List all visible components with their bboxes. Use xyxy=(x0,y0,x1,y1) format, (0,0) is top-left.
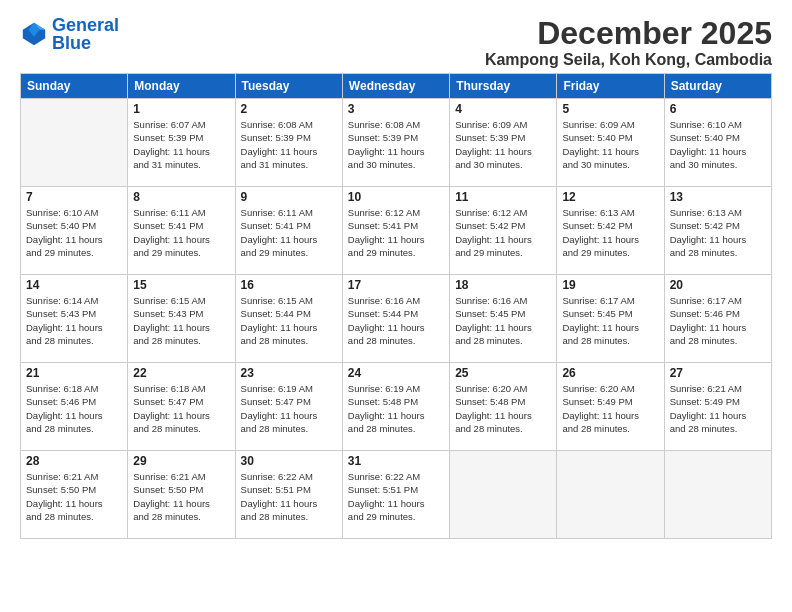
logo: General Blue xyxy=(20,16,119,52)
calendar-cell xyxy=(557,451,664,539)
day-info: Sunrise: 6:21 AMSunset: 5:50 PMDaylight:… xyxy=(26,470,122,523)
calendar-week-2: 14Sunrise: 6:14 AMSunset: 5:43 PMDayligh… xyxy=(21,275,772,363)
day-number: 5 xyxy=(562,102,658,116)
calendar-cell: 28Sunrise: 6:21 AMSunset: 5:50 PMDayligh… xyxy=(21,451,128,539)
calendar-table: Sunday Monday Tuesday Wednesday Thursday… xyxy=(20,73,772,539)
logo-icon xyxy=(20,20,48,48)
calendar-cell xyxy=(450,451,557,539)
day-info: Sunrise: 6:08 AMSunset: 5:39 PMDaylight:… xyxy=(241,118,337,171)
day-info: Sunrise: 6:15 AMSunset: 5:43 PMDaylight:… xyxy=(133,294,229,347)
calendar-cell: 14Sunrise: 6:14 AMSunset: 5:43 PMDayligh… xyxy=(21,275,128,363)
calendar-cell: 7Sunrise: 6:10 AMSunset: 5:40 PMDaylight… xyxy=(21,187,128,275)
day-number: 11 xyxy=(455,190,551,204)
header-friday: Friday xyxy=(557,74,664,99)
calendar-cell: 6Sunrise: 6:10 AMSunset: 5:40 PMDaylight… xyxy=(664,99,771,187)
day-info: Sunrise: 6:18 AMSunset: 5:47 PMDaylight:… xyxy=(133,382,229,435)
day-number: 22 xyxy=(133,366,229,380)
day-number: 30 xyxy=(241,454,337,468)
calendar-week-3: 21Sunrise: 6:18 AMSunset: 5:46 PMDayligh… xyxy=(21,363,772,451)
day-info: Sunrise: 6:09 AMSunset: 5:39 PMDaylight:… xyxy=(455,118,551,171)
day-number: 24 xyxy=(348,366,444,380)
day-number: 3 xyxy=(348,102,444,116)
calendar-cell: 9Sunrise: 6:11 AMSunset: 5:41 PMDaylight… xyxy=(235,187,342,275)
day-info: Sunrise: 6:07 AMSunset: 5:39 PMDaylight:… xyxy=(133,118,229,171)
title-block: December 2025 Kampong Seila, Koh Kong, C… xyxy=(485,16,772,69)
day-number: 16 xyxy=(241,278,337,292)
day-number: 8 xyxy=(133,190,229,204)
location: Kampong Seila, Koh Kong, Cambodia xyxy=(485,51,772,69)
calendar-cell: 10Sunrise: 6:12 AMSunset: 5:41 PMDayligh… xyxy=(342,187,449,275)
day-number: 6 xyxy=(670,102,766,116)
day-info: Sunrise: 6:21 AMSunset: 5:49 PMDaylight:… xyxy=(670,382,766,435)
day-info: Sunrise: 6:12 AMSunset: 5:41 PMDaylight:… xyxy=(348,206,444,259)
day-info: Sunrise: 6:20 AMSunset: 5:48 PMDaylight:… xyxy=(455,382,551,435)
day-info: Sunrise: 6:11 AMSunset: 5:41 PMDaylight:… xyxy=(241,206,337,259)
header: General Blue December 2025 Kampong Seila… xyxy=(20,16,772,69)
day-info: Sunrise: 6:19 AMSunset: 5:48 PMDaylight:… xyxy=(348,382,444,435)
day-number: 13 xyxy=(670,190,766,204)
day-number: 14 xyxy=(26,278,122,292)
day-info: Sunrise: 6:16 AMSunset: 5:45 PMDaylight:… xyxy=(455,294,551,347)
day-number: 9 xyxy=(241,190,337,204)
day-number: 29 xyxy=(133,454,229,468)
calendar-cell: 24Sunrise: 6:19 AMSunset: 5:48 PMDayligh… xyxy=(342,363,449,451)
day-number: 2 xyxy=(241,102,337,116)
month-title: December 2025 xyxy=(485,16,772,51)
day-info: Sunrise: 6:12 AMSunset: 5:42 PMDaylight:… xyxy=(455,206,551,259)
day-number: 27 xyxy=(670,366,766,380)
calendar-cell: 1Sunrise: 6:07 AMSunset: 5:39 PMDaylight… xyxy=(128,99,235,187)
header-monday: Monday xyxy=(128,74,235,99)
calendar-cell: 21Sunrise: 6:18 AMSunset: 5:46 PMDayligh… xyxy=(21,363,128,451)
day-number: 23 xyxy=(241,366,337,380)
calendar-cell: 30Sunrise: 6:22 AMSunset: 5:51 PMDayligh… xyxy=(235,451,342,539)
day-info: Sunrise: 6:15 AMSunset: 5:44 PMDaylight:… xyxy=(241,294,337,347)
day-number: 20 xyxy=(670,278,766,292)
day-number: 17 xyxy=(348,278,444,292)
day-info: Sunrise: 6:13 AMSunset: 5:42 PMDaylight:… xyxy=(670,206,766,259)
day-info: Sunrise: 6:10 AMSunset: 5:40 PMDaylight:… xyxy=(26,206,122,259)
calendar-cell: 22Sunrise: 6:18 AMSunset: 5:47 PMDayligh… xyxy=(128,363,235,451)
day-number: 25 xyxy=(455,366,551,380)
calendar-cell: 20Sunrise: 6:17 AMSunset: 5:46 PMDayligh… xyxy=(664,275,771,363)
calendar-cell: 31Sunrise: 6:22 AMSunset: 5:51 PMDayligh… xyxy=(342,451,449,539)
calendar-cell: 13Sunrise: 6:13 AMSunset: 5:42 PMDayligh… xyxy=(664,187,771,275)
calendar-cell: 18Sunrise: 6:16 AMSunset: 5:45 PMDayligh… xyxy=(450,275,557,363)
day-info: Sunrise: 6:17 AMSunset: 5:46 PMDaylight:… xyxy=(670,294,766,347)
day-info: Sunrise: 6:16 AMSunset: 5:44 PMDaylight:… xyxy=(348,294,444,347)
day-number: 26 xyxy=(562,366,658,380)
day-number: 10 xyxy=(348,190,444,204)
calendar-cell: 26Sunrise: 6:20 AMSunset: 5:49 PMDayligh… xyxy=(557,363,664,451)
calendar-cell: 19Sunrise: 6:17 AMSunset: 5:45 PMDayligh… xyxy=(557,275,664,363)
page: General Blue December 2025 Kampong Seila… xyxy=(0,0,792,612)
day-number: 15 xyxy=(133,278,229,292)
day-info: Sunrise: 6:10 AMSunset: 5:40 PMDaylight:… xyxy=(670,118,766,171)
calendar-week-1: 7Sunrise: 6:10 AMSunset: 5:40 PMDaylight… xyxy=(21,187,772,275)
calendar-cell: 16Sunrise: 6:15 AMSunset: 5:44 PMDayligh… xyxy=(235,275,342,363)
day-info: Sunrise: 6:17 AMSunset: 5:45 PMDaylight:… xyxy=(562,294,658,347)
header-tuesday: Tuesday xyxy=(235,74,342,99)
calendar-cell: 17Sunrise: 6:16 AMSunset: 5:44 PMDayligh… xyxy=(342,275,449,363)
logo-general: General xyxy=(52,15,119,35)
day-number: 1 xyxy=(133,102,229,116)
calendar-cell xyxy=(21,99,128,187)
logo-blue: Blue xyxy=(52,33,91,53)
day-number: 19 xyxy=(562,278,658,292)
calendar-cell: 2Sunrise: 6:08 AMSunset: 5:39 PMDaylight… xyxy=(235,99,342,187)
day-number: 18 xyxy=(455,278,551,292)
day-info: Sunrise: 6:14 AMSunset: 5:43 PMDaylight:… xyxy=(26,294,122,347)
calendar-cell xyxy=(664,451,771,539)
calendar-cell: 4Sunrise: 6:09 AMSunset: 5:39 PMDaylight… xyxy=(450,99,557,187)
header-sunday: Sunday xyxy=(21,74,128,99)
day-info: Sunrise: 6:20 AMSunset: 5:49 PMDaylight:… xyxy=(562,382,658,435)
header-saturday: Saturday xyxy=(664,74,771,99)
day-info: Sunrise: 6:11 AMSunset: 5:41 PMDaylight:… xyxy=(133,206,229,259)
day-info: Sunrise: 6:18 AMSunset: 5:46 PMDaylight:… xyxy=(26,382,122,435)
calendar-cell: 29Sunrise: 6:21 AMSunset: 5:50 PMDayligh… xyxy=(128,451,235,539)
header-wednesday: Wednesday xyxy=(342,74,449,99)
calendar-cell: 3Sunrise: 6:08 AMSunset: 5:39 PMDaylight… xyxy=(342,99,449,187)
calendar-week-0: 1Sunrise: 6:07 AMSunset: 5:39 PMDaylight… xyxy=(21,99,772,187)
day-info: Sunrise: 6:21 AMSunset: 5:50 PMDaylight:… xyxy=(133,470,229,523)
calendar-week-4: 28Sunrise: 6:21 AMSunset: 5:50 PMDayligh… xyxy=(21,451,772,539)
day-number: 4 xyxy=(455,102,551,116)
calendar-cell: 15Sunrise: 6:15 AMSunset: 5:43 PMDayligh… xyxy=(128,275,235,363)
